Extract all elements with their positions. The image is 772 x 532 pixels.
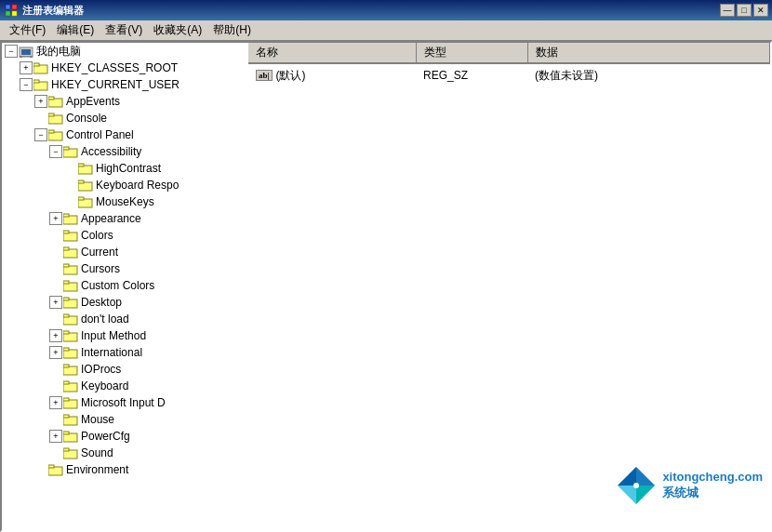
my-computer-label: 我的电脑 (36, 44, 81, 60)
tree-item-microsoft-input[interactable]: + Microsoft Input D (2, 394, 246, 411)
expand-accessibility[interactable]: − (49, 145, 62, 158)
app-icon (4, 3, 19, 18)
main-content: − 我的电脑 + HKEY_CLASSES_ROOT − (0, 41, 772, 532)
svg-rect-2 (6, 11, 10, 16)
mouse-spacer (49, 413, 62, 426)
folder-icon-input-method (63, 329, 78, 342)
expand-desktop[interactable]: + (49, 296, 62, 309)
svg-rect-19 (63, 147, 69, 150)
close-button[interactable]: ✕ (753, 4, 768, 17)
expand-powercfg[interactable]: + (49, 430, 62, 443)
tree-item-ioprocs[interactable]: IOProcs (2, 361, 246, 378)
tree-item-hkey-current-user[interactable]: − HKEY_CURRENT_USER (2, 76, 246, 93)
svg-rect-0 (6, 5, 10, 9)
powercfg-label: PowerCfg (81, 430, 130, 443)
folder-icon-desktop (63, 296, 78, 309)
folder-icon-current-user (33, 78, 48, 91)
microsoft-input-label: Microsoft Input D (81, 396, 166, 409)
tree-item-environment[interactable]: Environment (2, 461, 246, 478)
ioprocs-spacer (49, 363, 62, 376)
tree-item-console[interactable]: Console (2, 110, 246, 126)
folder-icon-control-panel (48, 128, 63, 141)
svg-rect-37 (63, 298, 69, 300)
minimize-button[interactable]: — (720, 4, 735, 17)
tree-item-keyboard-response[interactable]: Keyboard Respo (2, 177, 246, 193)
current-label: Current (81, 246, 118, 259)
sound-label: Sound (81, 446, 113, 459)
watermark-line2: 系统城 (662, 485, 763, 501)
custom-colors-spacer (49, 279, 62, 292)
svg-rect-41 (63, 331, 69, 334)
highcontrast-spacer (64, 162, 77, 175)
expand-control-panel[interactable]: − (34, 128, 47, 141)
tree-item-my-computer[interactable]: − 我的电脑 (2, 43, 246, 60)
cursors-spacer (49, 262, 62, 275)
appevents-label: AppEvents (66, 95, 120, 108)
tree-item-custom-colors[interactable]: Custom Colors (2, 277, 246, 294)
expand-hkey-current-user[interactable]: − (20, 78, 33, 91)
environment-spacer (34, 463, 47, 476)
svg-rect-35 (63, 281, 69, 284)
tree-item-appearance[interactable]: + Appearance (2, 210, 246, 227)
tree-item-desktop[interactable]: + Desktop (2, 294, 246, 311)
folder-icon-current (63, 246, 78, 259)
mousekeys-label: MouseKeys (96, 195, 154, 208)
tree-item-mousekeys[interactable]: MouseKeys (2, 193, 246, 210)
expand-hkey-classes-root[interactable]: + (20, 61, 33, 74)
keyboard-label: Keyboard (81, 379, 128, 392)
registry-table: 名称 类型 数据 ab| (默认) REG_SZ (数值未设置) (248, 43, 770, 86)
tree-item-hkey-classes-root[interactable]: + HKEY_CLASSES_ROOT (2, 60, 246, 76)
expand-international[interactable]: + (49, 346, 62, 359)
cell-type: REG_SZ (416, 63, 527, 86)
svg-rect-23 (78, 180, 84, 183)
tree-item-highcontrast[interactable]: HighContrast (2, 160, 246, 177)
watermark-line1: xitongcheng.com (662, 470, 763, 485)
menu-help[interactable]: 帮助(H) (207, 20, 257, 40)
entry-name: (默认) (276, 68, 306, 84)
tree-item-mouse[interactable]: Mouse (2, 411, 246, 428)
environment-label: Environment (66, 463, 128, 476)
tree-item-keyboard[interactable]: Keyboard (2, 378, 246, 394)
expand-appearance[interactable]: + (49, 212, 62, 225)
cell-name: ab| (默认) (248, 63, 416, 86)
tree-item-input-method[interactable]: + Input Method (2, 327, 246, 344)
desktop-label: Desktop (81, 296, 122, 309)
tree-item-accessibility[interactable]: − Accessibility (2, 143, 246, 160)
menu-edit[interactable]: 编辑(E) (51, 20, 100, 40)
menu-file[interactable]: 文件(F) (4, 20, 51, 40)
svg-rect-55 (63, 448, 69, 451)
svg-rect-45 (63, 365, 69, 367)
tree-item-colors[interactable]: Colors (2, 227, 246, 244)
svg-marker-60 (636, 485, 655, 504)
svg-rect-15 (48, 113, 54, 116)
svg-rect-53 (63, 432, 69, 434)
tree-item-appevents[interactable]: + AppEvents (2, 93, 246, 110)
svg-marker-61 (618, 485, 636, 504)
tree-item-cursors[interactable]: Cursors (2, 260, 246, 277)
window-controls: — □ ✕ (720, 4, 768, 17)
tree-item-powercfg[interactable]: + PowerCfg (2, 428, 246, 445)
expand-my-computer[interactable]: − (5, 45, 18, 58)
tree-item-current[interactable]: Current (2, 244, 246, 260)
expand-microsoft-input[interactable]: + (49, 396, 62, 409)
menu-view[interactable]: 查看(V) (100, 20, 148, 40)
tree-panel[interactable]: − 我的电脑 + HKEY_CLASSES_ROOT − (2, 43, 248, 530)
expand-appevents[interactable]: + (34, 95, 47, 108)
tree-item-sound[interactable]: Sound (2, 445, 246, 461)
col-header-name: 名称 (248, 43, 416, 63)
folder-icon-colors (63, 229, 78, 242)
expand-input-method[interactable]: + (49, 329, 62, 342)
folder-icon-console (48, 112, 63, 125)
svg-rect-33 (63, 264, 69, 267)
tree-item-control-panel[interactable]: − Control Panel (2, 126, 246, 143)
maximize-button[interactable]: □ (737, 4, 752, 17)
folder-icon-keyboard-response (78, 179, 93, 192)
menu-favorites[interactable]: 收藏夹(A) (148, 20, 207, 40)
table-row[interactable]: ab| (默认) REG_SZ (数值未设置) (248, 63, 770, 86)
tree-item-international[interactable]: + International (2, 344, 246, 361)
tree-item-dont-load[interactable]: don't load (2, 311, 246, 327)
folder-icon-ioprocs (63, 363, 78, 376)
right-panel: 名称 类型 数据 ab| (默认) REG_SZ (数值未设置) (248, 43, 770, 530)
svg-marker-62 (618, 467, 636, 485)
cell-data: (数值未设置) (527, 63, 770, 86)
